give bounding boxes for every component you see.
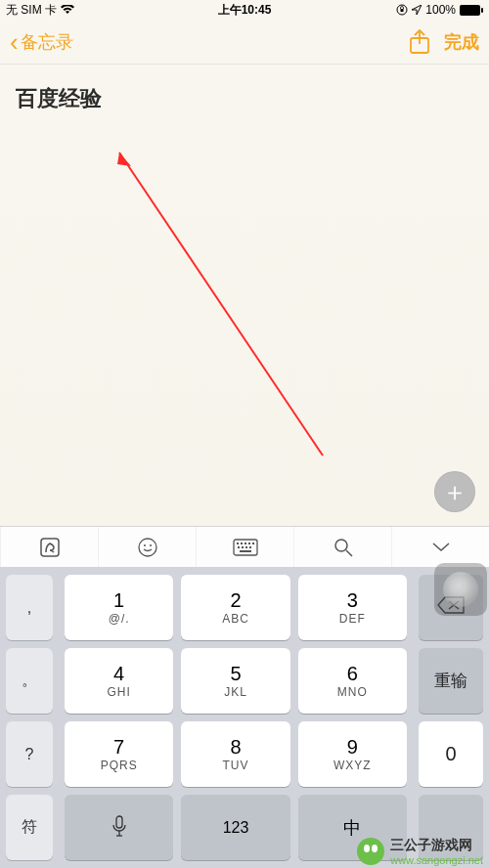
back-label: 备忘录 [21, 30, 73, 54]
keyboard-switch-button[interactable] [197, 527, 294, 567]
chevron-left-icon: ‹ [10, 29, 19, 55]
svg-rect-3 [481, 8, 483, 13]
collapse-keyboard-button[interactable] [392, 527, 489, 567]
keyboard-grid: 1@/. 2ABC 3DEF 4GHI 5JKL 6MNO 7PQRS 8TUV… [59, 567, 413, 868]
ime-logo-button[interactable] [0, 527, 99, 567]
status-right: 100% [396, 3, 483, 17]
svg-rect-17 [252, 542, 254, 544]
rotation-lock-icon [396, 4, 408, 16]
key-5[interactable]: 5JKL [181, 648, 289, 714]
emoji-button[interactable] [99, 527, 197, 567]
plus-icon: ＋ [442, 475, 467, 509]
svg-rect-22 [240, 550, 251, 552]
key-backspace[interactable] [419, 575, 483, 640]
key-0[interactable]: 0 [419, 721, 483, 787]
status-left: 无 SIM 卡 [6, 2, 74, 19]
svg-rect-16 [248, 542, 250, 544]
back-button[interactable]: ‹ 备忘录 [10, 29, 73, 55]
key-2[interactable]: 2ABC [181, 575, 289, 640]
battery-icon [460, 5, 483, 16]
status-bar: 无 SIM 卡 上午10:45 100% [0, 0, 489, 20]
carrier-text: 无 SIM 卡 [6, 2, 57, 19]
battery-text: 100% [425, 3, 456, 17]
key-6[interactable]: 6MNO [298, 648, 407, 714]
keyboard-toolbar [0, 526, 489, 567]
svg-line-6 [119, 152, 323, 456]
key-reenter[interactable]: 重输 [419, 648, 483, 714]
svg-rect-21 [249, 546, 251, 548]
key-4[interactable]: 4GHI [65, 648, 173, 714]
watermark: 三公子游戏网 www.sangongzi.net [357, 837, 483, 866]
backspace-icon [437, 596, 465, 619]
svg-point-9 [139, 539, 156, 556]
keyboard-right-column: 重输 0 [413, 567, 489, 868]
key-9[interactable]: 9WXYZ [298, 721, 407, 787]
nav-bar: ‹ 备忘录 完成 [0, 20, 489, 65]
key-mic[interactable] [65, 795, 173, 860]
svg-line-24 [346, 550, 352, 556]
status-time: 上午10:45 [218, 2, 272, 19]
svg-rect-14 [241, 542, 243, 544]
key-question[interactable]: ? [6, 721, 53, 787]
svg-rect-18 [238, 546, 240, 548]
svg-rect-1 [401, 9, 404, 12]
share-button[interactable] [409, 29, 430, 55]
keyboard: , 。 ? 符 1@/. 2ABC 3DEF 4GHI 5JKL 6MNO 7P… [0, 567, 489, 868]
watermark-url: www.sangongzi.net [390, 854, 483, 866]
svg-point-10 [144, 544, 146, 546]
svg-rect-8 [41, 539, 59, 556]
key-8[interactable]: 8TUV [181, 721, 289, 787]
svg-rect-13 [237, 542, 239, 544]
location-icon [412, 5, 422, 15]
key-symbols[interactable]: 符 [6, 795, 53, 860]
key-7[interactable]: 7PQRS [65, 721, 173, 787]
note-editor[interactable]: 百度经验 ＋ [0, 65, 489, 526]
svg-point-23 [335, 540, 347, 551]
add-attachment-button[interactable]: ＋ [434, 471, 475, 512]
svg-rect-25 [116, 816, 122, 828]
note-text: 百度经验 [16, 84, 473, 113]
svg-rect-20 [245, 546, 247, 548]
svg-rect-2 [460, 5, 480, 16]
keyboard-left-column: , 。 ? 符 [0, 567, 59, 868]
wifi-icon [61, 5, 74, 15]
svg-marker-7 [117, 152, 131, 166]
done-button[interactable]: 完成 [444, 30, 479, 54]
key-1[interactable]: 1@/. [65, 575, 173, 640]
mic-icon [111, 815, 127, 841]
watermark-logo-icon [357, 838, 384, 865]
watermark-title: 三公子游戏网 [390, 837, 483, 854]
svg-rect-19 [242, 546, 244, 548]
annotation-arrow [0, 65, 489, 526]
search-button[interactable] [294, 527, 392, 567]
key-period[interactable]: 。 [6, 648, 53, 714]
svg-rect-15 [244, 542, 246, 544]
key-comma[interactable]: , [6, 575, 53, 640]
svg-point-11 [150, 544, 152, 546]
key-3[interactable]: 3DEF [298, 575, 407, 640]
key-123[interactable]: 123 [181, 795, 289, 860]
